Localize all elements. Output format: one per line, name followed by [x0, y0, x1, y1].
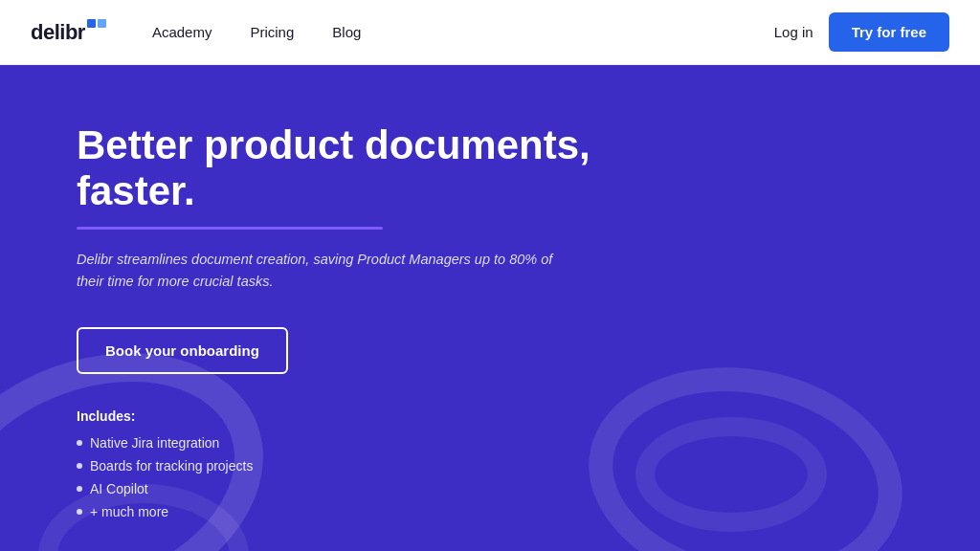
list-item-text: Native Jira integration — [90, 435, 219, 451]
hero-title: Better product documents, faster. — [77, 122, 651, 215]
nav-link-pricing[interactable]: Pricing — [234, 16, 309, 48]
includes-label: Includes: — [77, 408, 903, 424]
logo-icon — [87, 19, 106, 38]
list-item: Native Jira integration — [77, 435, 903, 451]
wave-decoration-2 — [635, 417, 827, 532]
navbar: delibr Academy Pricing Blog Log in Try f… — [0, 0, 980, 65]
list-item: AI Copilot — [77, 481, 903, 496]
wave-decoration-3 — [38, 484, 249, 551]
nav-link-blog[interactable]: Blog — [317, 16, 376, 48]
bullet-icon — [77, 486, 82, 492]
logo: delibr — [31, 19, 106, 46]
title-underline — [77, 227, 383, 230]
nav-links: Academy Pricing Blog — [137, 16, 774, 48]
bullet-icon — [77, 440, 82, 446]
try-for-free-button[interactable]: Try for free — [829, 12, 949, 52]
logo-text: delibr — [31, 20, 85, 45]
login-link[interactable]: Log in — [774, 24, 813, 40]
list-item-text: Boards for tracking projects — [90, 458, 253, 474]
hero-subtitle: Delibr streamlines document creation, sa… — [77, 249, 555, 293]
svg-rect-1 — [98, 19, 106, 28]
list-item: Boards for tracking projects — [77, 458, 903, 474]
nav-right: Log in Try for free — [774, 12, 949, 52]
nav-link-academy[interactable]: Academy — [137, 16, 228, 48]
onboarding-button[interactable]: Book your onboarding — [77, 327, 288, 374]
bullet-icon — [77, 463, 82, 469]
hero-section: Better product documents, faster. Delibr… — [0, 65, 980, 551]
svg-rect-0 — [87, 19, 96, 28]
